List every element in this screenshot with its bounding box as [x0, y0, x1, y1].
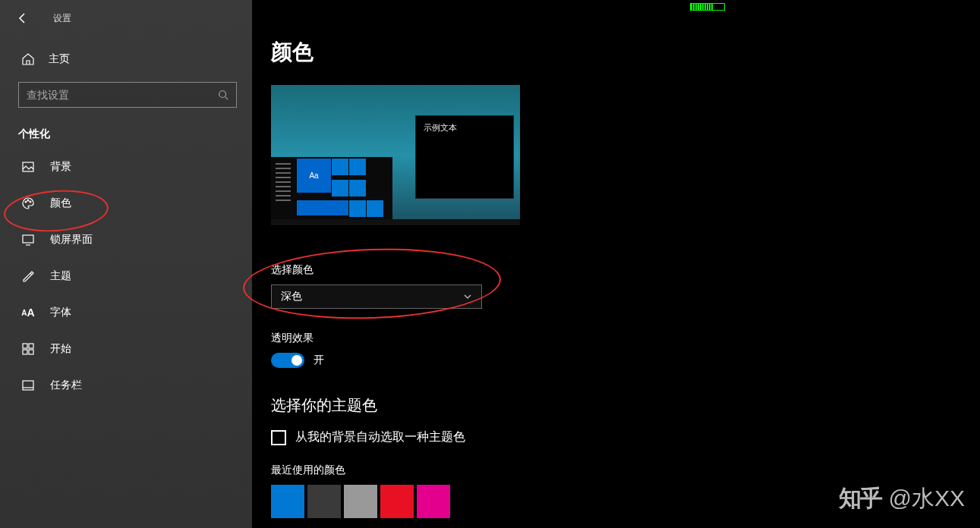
svg-rect-1 — [23, 162, 33, 171]
sidebar-item-background[interactable]: 背景 — [0, 149, 252, 185]
toggle-knob — [291, 355, 302, 366]
sidebar-item-label: 开始 — [50, 342, 71, 356]
home-icon — [21, 52, 35, 66]
sidebar-item-taskbar[interactable]: 任务栏 — [0, 367, 252, 404]
sidebar: 设置 主页 个性化 背景 颜色 锁屏界面 主题 AA 字体 开始 任务栏 — [0, 0, 252, 528]
preview-startmenu: Aa — [271, 157, 392, 225]
home-label: 主页 — [49, 52, 70, 66]
sidebar-item-fonts[interactable]: AA 字体 — [0, 294, 252, 331]
transparency-toggle[interactable] — [271, 353, 304, 368]
transparency-value: 开 — [314, 354, 324, 367]
color-swatch[interactable] — [307, 485, 341, 518]
preview-taskbar — [271, 219, 520, 225]
header-row: 设置 — [0, 0, 252, 36]
sidebar-item-label: 背景 — [50, 160, 71, 174]
svg-rect-8 — [23, 350, 27, 354]
app-title: 设置 — [53, 12, 71, 25]
sidebar-item-lockscreen[interactable]: 锁屏界面 — [0, 222, 252, 258]
color-preview: Aa 示例文本 — [271, 85, 520, 225]
sidebar-item-label: 字体 — [50, 306, 71, 319]
svg-rect-7 — [29, 344, 33, 348]
sidebar-item-start[interactable]: 开始 — [0, 331, 252, 367]
choose-color-value: 深色 — [281, 290, 302, 303]
font-icon: AA — [21, 306, 35, 319]
home-button[interactable]: 主页 — [0, 44, 252, 74]
preview-window: 示例文本 — [415, 115, 514, 199]
svg-rect-6 — [23, 344, 27, 348]
image-icon — [21, 160, 35, 174]
sidebar-item-label: 锁屏界面 — [50, 233, 93, 247]
theme-icon — [21, 269, 35, 283]
svg-rect-9 — [29, 350, 33, 354]
back-icon[interactable] — [17, 12, 29, 24]
color-swatch[interactable] — [344, 485, 377, 518]
main-panel: 颜色 Aa 示例文本 选择颜色 深色 透明效果 — [252, 0, 980, 528]
search-input[interactable] — [27, 89, 218, 101]
choose-color-select[interactable]: 深色 — [271, 284, 482, 309]
recent-colors-label: 最近使用的颜色 — [271, 464, 980, 477]
accent-section-title: 选择你的主题色 — [271, 395, 980, 416]
page-title: 颜色 — [271, 38, 980, 67]
color-swatch[interactable] — [380, 485, 414, 518]
preview-tile: Aa — [297, 159, 331, 193]
lockscreen-icon — [21, 233, 35, 247]
svg-rect-5 — [23, 235, 33, 243]
sidebar-item-colors[interactable]: 颜色 — [0, 185, 252, 222]
color-swatch[interactable] — [417, 485, 450, 518]
taskbar-icon — [21, 379, 35, 392]
battery-indicator — [690, 3, 725, 11]
watermark: 知乎 知乎 @水XX @水XX — [839, 483, 965, 514]
transparency-label: 透明效果 — [271, 332, 980, 345]
svg-point-3 — [27, 200, 29, 201]
chevron-down-icon — [463, 292, 472, 301]
auto-pick-label: 从我的背景自动选取一种主题色 — [295, 429, 465, 445]
svg-point-2 — [25, 201, 27, 203]
preview-sample-text: 示例文本 — [424, 122, 506, 134]
sidebar-item-themes[interactable]: 主题 — [0, 258, 252, 294]
sidebar-item-label: 颜色 — [50, 196, 71, 210]
search-box[interactable] — [18, 82, 237, 108]
watermark-author: @水XX — [889, 483, 965, 514]
start-icon — [21, 342, 35, 356]
category-label: 个性化 — [0, 117, 252, 149]
auto-pick-checkbox[interactable] — [271, 430, 286, 445]
choose-color-label: 选择颜色 — [271, 263, 980, 277]
color-swatch[interactable] — [271, 485, 304, 518]
search-icon — [218, 90, 228, 100]
sidebar-item-label: 主题 — [50, 269, 71, 283]
svg-point-0 — [219, 91, 226, 98]
svg-point-4 — [30, 201, 31, 203]
palette-icon — [21, 196, 35, 210]
sidebar-item-label: 任务栏 — [50, 379, 82, 392]
zhihu-logo-icon: 知乎 — [839, 483, 881, 514]
svg-rect-10 — [23, 381, 33, 390]
